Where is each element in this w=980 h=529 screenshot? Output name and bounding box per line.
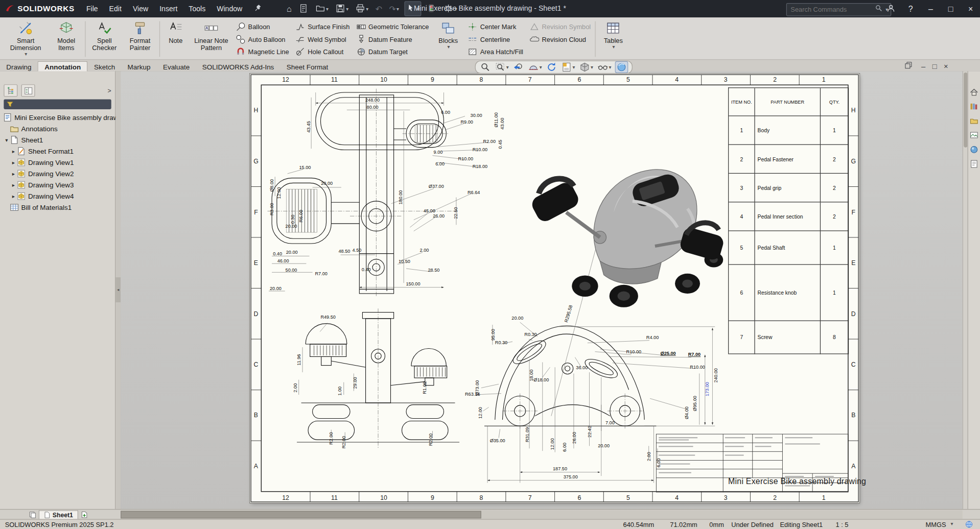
dimension-text[interactable]: Ø4.00 [684, 406, 689, 419]
tree-item-sheet1[interactable]: ▾ Sheet1 [0, 134, 115, 146]
vertical-scrollbar-thumb[interactable] [964, 73, 967, 148]
dimension-text[interactable]: 20.00 [270, 286, 282, 291]
smart-dimension-caret[interactable]: ▾ [25, 51, 27, 57]
tree-item-drawing-root[interactable]: Mini Exercise Bike assembly drawing [0, 112, 115, 123]
bom-row[interactable]: 4Pedal Inner section2 [729, 202, 849, 231]
dimension-text[interactable]: 4.50 [353, 248, 362, 253]
dimension-text[interactable]: 12.00 [276, 187, 282, 199]
tree-item-drawing-view3[interactable]: ▸ Drawing View3 [0, 179, 115, 190]
dimension-text[interactable]: 48.50 [339, 249, 351, 254]
dimension-text[interactable]: 36.00 [576, 365, 588, 370]
undo-button[interactable]: ↶ [374, 2, 383, 16]
zoom-dropdown-caret[interactable]: ▾ [506, 64, 509, 70]
tab-sketch[interactable]: Sketch [88, 62, 122, 71]
feature-manager-tab[interactable] [4, 84, 17, 97]
zoom-to-fit-button[interactable] [479, 62, 491, 73]
dimension-text[interactable]: R63.16 [465, 392, 480, 397]
menu-edit[interactable]: Edit [104, 5, 127, 13]
dimension-text[interactable]: R7.00 [688, 352, 701, 357]
drawing-title-annotation[interactable]: Mini Exercise Bike assembly drawing [728, 476, 866, 486]
dimension-text[interactable]: 18.00 [529, 370, 534, 381]
dimension-text[interactable]: R10.00 [690, 365, 705, 370]
bom-row[interactable]: 5Pedal Shaft1 [729, 231, 849, 265]
dimension-text[interactable]: R18.00 [473, 164, 488, 169]
tree-item-drawing-view4[interactable]: ▸ Drawing View4 [0, 190, 115, 202]
model-items-button[interactable]: Model Items [49, 19, 83, 60]
tree-item-sheet-format1[interactable]: ▸ Sheet Format1 [0, 146, 115, 157]
tables-caret[interactable]: ▾ [612, 44, 615, 50]
bom-row[interactable]: 7Screw8 [729, 321, 849, 354]
dimension-text[interactable]: R2.00 [483, 139, 496, 144]
bom-row[interactable]: 3Pedal grip2 [729, 174, 849, 202]
tab-markup[interactable]: Markup [121, 62, 156, 71]
dimension-text[interactable]: R7.00 [315, 271, 328, 276]
dimension-text[interactable]: R2.00 [329, 432, 334, 444]
dimension-text[interactable]: 240.00 [713, 368, 718, 382]
tree-item-drawing-view2[interactable]: ▸ Drawing View2 [0, 168, 115, 179]
minimize-button[interactable]: – [925, 4, 936, 13]
dimension-text[interactable]: R295.58 [564, 304, 573, 323]
display-style-button[interactable]: ▾ [579, 62, 594, 73]
hide-show-items-button[interactable]: ▾ [597, 62, 612, 73]
view-palette-icon[interactable] [969, 131, 979, 141]
pin-menu-icon[interactable] [248, 4, 269, 14]
dimension-text[interactable]: 173.00 [705, 382, 710, 396]
menu-window[interactable]: Window [211, 5, 248, 13]
surface-finish-button[interactable]: Surface Finish [295, 20, 350, 32]
dimension-text[interactable]: R6.00 [298, 210, 304, 222]
login-user-icon[interactable] [886, 4, 896, 14]
tree-item-annotations[interactable]: Annotations [0, 123, 115, 134]
revision-symbol-button[interactable]: Revision Symbol [529, 20, 591, 32]
format-painter-button[interactable]: Format Painter [122, 19, 158, 60]
collapsed-arrow-icon[interactable]: ▸ [10, 148, 17, 154]
new-document-button[interactable] [297, 2, 310, 16]
dimension-text[interactable]: 15.00 [299, 165, 311, 170]
dimension-text[interactable]: 6.00 [441, 110, 450, 115]
dimension-text[interactable]: R9.00 [461, 119, 473, 125]
blocks-caret[interactable]: ▾ [447, 44, 450, 50]
bom-header-part-number[interactable]: PART NUMBER [755, 88, 821, 116]
bom-row[interactable]: 1Body1 [729, 116, 849, 145]
splitter-grip[interactable]: ◂ [115, 277, 121, 302]
expanded-arrow-icon[interactable]: ▾ [3, 137, 10, 143]
property-manager-tab[interactable] [21, 84, 35, 97]
rotate-view-button[interactable] [546, 62, 557, 73]
home-button[interactable]: ⌂ [286, 2, 293, 16]
collapsed-arrow-icon[interactable]: ▸ [10, 193, 17, 199]
dimension-text[interactable]: R3.00 [269, 203, 274, 215]
hide-show-caret[interactable]: ▾ [609, 64, 611, 70]
dimension-text[interactable]: R0.30 [524, 332, 536, 337]
dimension-text[interactable]: 2.00 [420, 248, 429, 253]
dimension-text[interactable]: Ø8.00 [269, 179, 274, 192]
tab-annotation[interactable]: Annotation [38, 61, 88, 72]
dimension-text[interactable]: 7.00 [605, 420, 615, 425]
view-settings-button[interactable] [615, 61, 628, 73]
linear-note-pattern-button[interactable]: Linear Note Pattern [190, 19, 232, 60]
web-help-globe-icon[interactable] [965, 520, 973, 528]
geometric-tolerance-button[interactable]: Geometric Tolerance [356, 20, 429, 32]
spell-checker-button[interactable]: Spell Checker [87, 19, 122, 60]
tree-item-bill-of-materials[interactable]: Bill of Materials1 [0, 202, 115, 213]
drawing-view4[interactable] [529, 170, 725, 307]
dimension-text[interactable]: 20.00 [286, 250, 298, 255]
dimension-text[interactable]: 150.00 [406, 281, 421, 286]
dimension-text[interactable]: Ø25.00 [661, 351, 676, 356]
center-mark-button[interactable]: Center Mark [468, 20, 523, 32]
dimension-text[interactable]: 29.00 [353, 377, 358, 389]
sheet-properties-caret[interactable]: ▾ [572, 64, 575, 70]
dimension-text[interactable]: 20.00 [286, 224, 297, 229]
weld-symbol-button[interactable]: Weld Symbol [295, 33, 350, 45]
add-sheet-button[interactable] [81, 511, 88, 519]
dimension-text[interactable]: 0.45 [498, 140, 503, 149]
dimension-text[interactable]: R31.09 [525, 427, 530, 443]
open-dropdown-caret[interactable]: ▾ [326, 6, 329, 12]
dimension-text[interactable]: 1.00 [337, 387, 342, 396]
dimension-text[interactable]: R6.64 [468, 190, 480, 195]
dimension-text[interactable]: Ø18.00 [533, 377, 549, 382]
collapsed-arrow-icon[interactable]: ▸ [10, 159, 17, 165]
maximize-button[interactable]: □ [945, 4, 956, 13]
custom-properties-icon[interactable] [969, 159, 979, 170]
drawing-view2[interactable]: R49.50 11.96 2.00 29.00 1.00 R1.00 R2.00… [293, 308, 459, 448]
status-units[interactable]: MMGS [926, 521, 946, 528]
bom-header-qty[interactable]: QTY. [821, 88, 849, 116]
